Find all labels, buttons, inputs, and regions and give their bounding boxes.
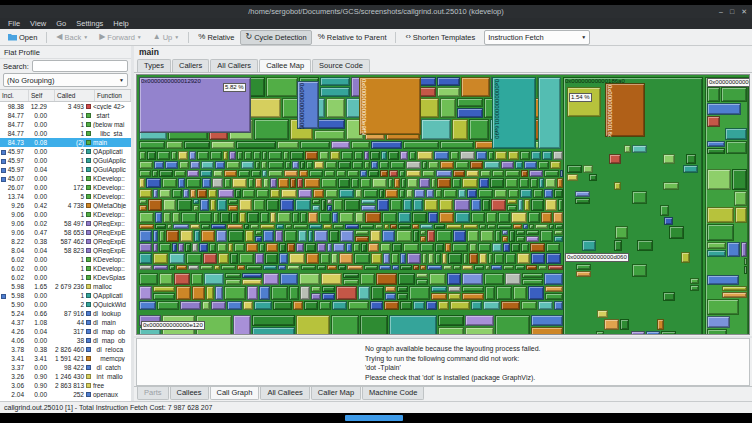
treemap-tile[interactable] — [457, 98, 483, 107]
treemap-tile[interactable] — [244, 224, 249, 229]
treemap-tile[interactable] — [339, 189, 354, 198]
shorten-templates-toggle[interactable]: ‹› Shorten Templates — [400, 30, 480, 45]
treemap-tile[interactable] — [371, 141, 402, 149]
treemap-tile[interactable] — [488, 151, 494, 160]
treemap-tile[interactable] — [255, 253, 264, 264]
treemap-tile[interactable] — [263, 230, 274, 242]
treemap-tile[interactable] — [400, 151, 408, 160]
treemap-tile[interactable] — [538, 161, 549, 169]
treemap-tile[interactable] — [268, 170, 283, 177]
treemap-tile[interactable] — [287, 265, 300, 270]
treemap-tile[interactable] — [554, 230, 563, 235]
treemap-tile[interactable] — [379, 189, 384, 198]
treemap-tile[interactable] — [690, 285, 699, 291]
treemap-tile[interactable] — [270, 212, 276, 223]
treemap-tile[interactable] — [327, 243, 332, 252]
treemap-tile[interactable] — [213, 212, 219, 223]
treemap-tile[interactable] — [271, 286, 288, 300]
table-row[interactable]: 6.020.001KDevSplas — [0, 273, 131, 282]
treemap-tile[interactable] — [516, 230, 525, 235]
treemap-tile[interactable] — [470, 161, 483, 169]
treemap-tile[interactable] — [241, 161, 254, 169]
table-row[interactable]: 1.780.0846 042void KDev — [0, 399, 131, 401]
treemap-tile[interactable] — [139, 161, 153, 169]
treemap-tile[interactable] — [322, 293, 335, 300]
treemap-tile[interactable] — [458, 189, 466, 198]
treemap-tile[interactable] — [285, 224, 292, 229]
treemap-tile[interactable] — [313, 189, 324, 198]
treemap-tile[interactable] — [139, 151, 146, 160]
treemap-tile[interactable] — [284, 230, 297, 242]
treemap-tile[interactable] — [347, 170, 359, 177]
treemap-tile[interactable] — [174, 170, 186, 177]
treemap-tile[interactable] — [741, 242, 747, 257]
treemap-tile[interactable] — [338, 265, 346, 270]
treemap-tile[interactable] — [326, 98, 345, 118]
treemap-tile[interactable] — [320, 253, 330, 264]
treemap-tile[interactable] — [528, 286, 544, 300]
treemap-tile[interactable] — [331, 253, 338, 264]
treemap-tile[interactable] — [420, 236, 426, 242]
treemap-tile[interactable] — [299, 273, 320, 285]
treemap-tile[interactable] — [683, 165, 698, 173]
treemap-tile[interactable] — [239, 199, 252, 211]
treemap-tile[interactable] — [538, 301, 553, 310]
treemap-tile[interactable] — [336, 170, 346, 177]
treemap-tile[interactable] — [596, 331, 604, 335]
treemap-tile[interactable] — [384, 224, 389, 229]
treemap-tile[interactable] — [279, 253, 288, 264]
treemap-tile[interactable] — [424, 199, 438, 211]
treemap-tile[interactable] — [233, 315, 251, 335]
treemap-tile[interactable] — [517, 253, 530, 264]
treemap-tile[interactable] — [448, 286, 461, 292]
treemap-tile[interactable] — [325, 189, 338, 198]
treemap-tile[interactable] — [139, 212, 154, 223]
treemap-tile[interactable] — [153, 230, 158, 242]
treemap-tile[interactable] — [371, 286, 384, 300]
treemap-tile[interactable] — [707, 103, 741, 115]
treemap-tile[interactable] — [372, 178, 387, 188]
treemap-tile[interactable] — [457, 108, 483, 118]
treemap-tile[interactable] — [311, 286, 321, 292]
treemap-tile[interactable] — [250, 224, 259, 229]
treemap-tile[interactable] — [505, 170, 520, 177]
treemap-tile[interactable] — [426, 189, 434, 198]
treemap-tile[interactable] — [452, 119, 468, 140]
treemap-tile[interactable] — [431, 293, 447, 300]
treemap-tile[interactable] — [661, 331, 676, 335]
treemap-tile[interactable] — [442, 253, 447, 264]
treemap-tile[interactable] — [388, 178, 393, 188]
treemap-tile[interactable] — [309, 170, 323, 177]
treemap-tile[interactable] — [332, 301, 347, 310]
treemap-tile[interactable] — [292, 212, 299, 223]
treemap-tile[interactable] — [491, 199, 506, 211]
treemap-tile[interactable] — [440, 161, 454, 169]
treemap-tile[interactable] — [546, 253, 561, 264]
search-input[interactable] — [32, 60, 128, 72]
treemap-tile[interactable] — [478, 189, 493, 198]
treemap-tile[interactable] — [416, 279, 428, 285]
treemap-tile[interactable] — [412, 224, 419, 229]
treemap-tile[interactable] — [732, 169, 747, 190]
treemap-tile[interactable] — [172, 212, 180, 223]
table-row[interactable]: 9.060.4758 653QRegExpE — [0, 228, 131, 237]
treemap-tile[interactable] — [355, 236, 369, 242]
treemap-tile[interactable] — [478, 243, 491, 252]
treemap-tile[interactable] — [486, 212, 497, 223]
treemap-tile[interactable] — [382, 230, 395, 242]
treemap-tile[interactable] — [194, 230, 200, 242]
treemap-tile[interactable] — [545, 178, 556, 188]
treemap-tile[interactable] — [535, 224, 548, 229]
treemap-tile[interactable] — [516, 236, 525, 242]
treemap-tile[interactable] — [555, 224, 563, 229]
treemap-tile[interactable] — [394, 178, 400, 188]
treemap-tile[interactable] — [169, 265, 175, 270]
table-row[interactable]: 2.040.00252openaux — [0, 390, 131, 399]
treemap-tile[interactable] — [368, 243, 379, 252]
callee-treemap[interactable]: 0x00000000000129205.82 %0x00000000000f2a… — [136, 74, 750, 335]
treemap-tile[interactable] — [440, 141, 474, 149]
treemap-tile[interactable] — [327, 205, 332, 211]
treemap-tile[interactable] — [382, 212, 397, 223]
treemap-tile[interactable] — [139, 178, 145, 188]
treemap-tile[interactable] — [191, 273, 203, 285]
